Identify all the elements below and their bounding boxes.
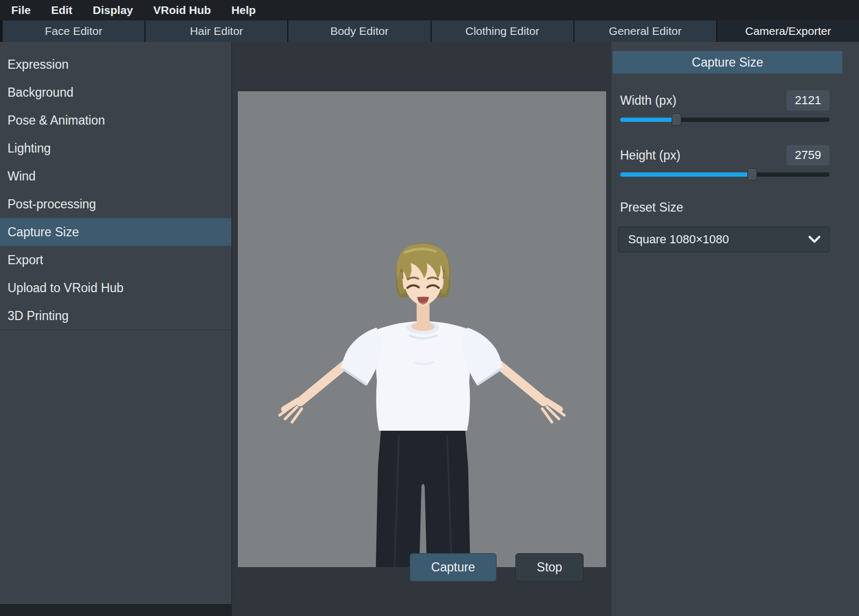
width-label: Width (px) — [620, 93, 676, 108]
sidebar-item-expression[interactable]: Expression — [0, 50, 231, 78]
tab-face-editor[interactable]: Face Editor — [3, 20, 144, 42]
capture-size-panel: Capture Size Width (px) 2121 Height (px)… — [612, 42, 859, 616]
width-field: Width (px) 2121 — [620, 90, 829, 111]
menu-help[interactable]: Help — [221, 0, 266, 20]
sidebar-item-capture-size[interactable]: Capture Size — [0, 218, 231, 246]
stop-button[interactable]: Stop — [515, 553, 584, 582]
width-slider[interactable] — [620, 113, 829, 126]
sidebar-item-export[interactable]: Export — [0, 246, 231, 274]
capture-button[interactable]: Capture — [410, 553, 497, 582]
sidebar-item-upload-vroid-hub[interactable]: Upload to VRoid Hub — [0, 274, 231, 302]
panel-title: Capture Size — [613, 51, 842, 74]
tab-body-editor[interactable]: Body Editor — [288, 20, 430, 42]
height-slider-thumb[interactable] — [747, 169, 757, 180]
sidebar-item-pose-animation[interactable]: Pose & Animation — [0, 106, 231, 134]
width-slider-fill — [620, 118, 676, 122]
preset-size-label: Preset Size — [620, 200, 829, 215]
menu-edit[interactable]: Edit — [41, 0, 83, 20]
model-viewport[interactable]: Capture Stop — [232, 42, 612, 616]
height-field: Height (px) 2759 — [620, 144, 829, 166]
chevron-down-icon — [809, 236, 820, 243]
tab-general-editor[interactable]: General Editor — [574, 20, 716, 42]
menu-display[interactable]: Display — [83, 0, 143, 20]
height-slider-fill — [620, 172, 752, 177]
sidebar-item-lighting[interactable]: Lighting — [0, 134, 231, 162]
width-slider-thumb[interactable] — [672, 114, 681, 126]
menu-bar: File Edit Display VRoid Hub Help — [0, 0, 859, 20]
sidebar-footer — [0, 604, 231, 616]
sidebar-item-wind[interactable]: Wind — [0, 162, 231, 190]
preset-size-value: Square 1080×1080 — [628, 233, 729, 247]
sidebar-item-3d-printing[interactable]: 3D Printing — [0, 302, 231, 330]
preset-size-dropdown[interactable]: Square 1080×1080 — [618, 227, 829, 252]
height-slider[interactable] — [620, 168, 829, 181]
height-label: Height (px) — [620, 148, 680, 163]
sidebar: Expression Background Pose & Animation L… — [0, 42, 232, 616]
vroid-studio-window: File Edit Display VRoid Hub Help Face Ed… — [0, 0, 859, 616]
tab-hair-editor[interactable]: Hair Editor — [145, 20, 287, 42]
tab-camera-exporter[interactable]: Camera/Exporter — [717, 20, 859, 42]
height-value[interactable]: 2759 — [787, 145, 829, 165]
menu-vroid-hub[interactable]: VRoid Hub — [143, 0, 221, 20]
menu-file[interactable]: File — [1, 0, 41, 20]
sidebar-list: Expression Background Pose & Animation L… — [0, 50, 231, 330]
capture-preview-area[interactable] — [238, 91, 606, 567]
tab-clothing-editor[interactable]: Clothing Editor — [432, 20, 573, 42]
sidebar-item-background[interactable]: Background — [0, 78, 231, 106]
main-content: Expression Background Pose & Animation L… — [0, 42, 859, 616]
editor-tab-bar: Face Editor Hair Editor Body Editor Clot… — [0, 20, 859, 42]
sidebar-item-post-processing[interactable]: Post-processing — [0, 190, 231, 218]
character-model — [238, 91, 606, 567]
width-value[interactable]: 2121 — [787, 90, 829, 111]
